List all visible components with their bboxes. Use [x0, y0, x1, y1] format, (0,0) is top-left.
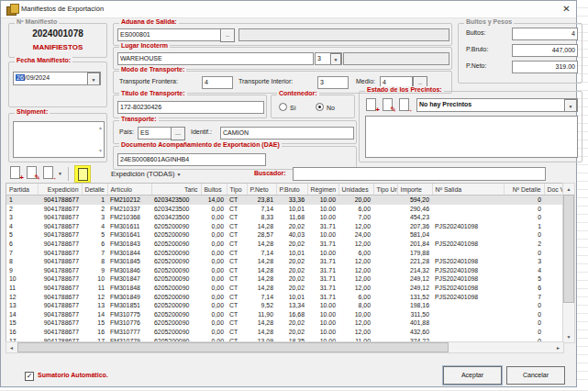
cell: [432, 318, 504, 328]
column-header[interactable]: Nº Detalle: [504, 184, 544, 196]
column-header[interactable]: Unidades: [338, 184, 373, 196]
cell: CT: [227, 257, 247, 266]
copy-highlighted-button[interactable]: [74, 165, 91, 183]
column-header[interactable]: Importe: [397, 184, 432, 196]
incoterm-select[interactable]: 3 ▼: [315, 52, 342, 65]
cell: [544, 205, 563, 214]
table-row[interactable]: 390417886773FM21036862034235000,00CT8,33…: [6, 213, 563, 222]
column-header[interactable]: Tipo Un: [373, 184, 397, 196]
table-row[interactable]: 16904178867716FM31077762052000900,00CT14…: [6, 328, 563, 337]
precinto-edit-button[interactable]: ✎: [381, 97, 395, 112]
incoterm-input[interactable]: WAREHOUSE: [117, 52, 314, 65]
table-row[interactable]: 890417886778FM30184562052000900,00CT14,2…: [6, 257, 563, 266]
pbruto-label: P.Bruto:: [466, 46, 488, 52]
shipment-textarea[interactable]: ▲ ▼: [13, 121, 105, 158]
cell: 40,03: [276, 230, 307, 240]
cell: 15: [82, 318, 107, 328]
cell: [544, 284, 563, 293]
grid-vscrollbar[interactable]: ▲ ▼: [562, 183, 575, 343]
column-header[interactable]: P.Bruto: [276, 184, 307, 196]
search-input[interactable]: [293, 167, 546, 181]
table-row[interactable]: 990417886779FM30184662052000900,00CT14,2…: [6, 266, 563, 275]
precintos-dropdown[interactable]: No hay Precintos ▼: [416, 98, 578, 112]
dae-input[interactable]: 24ES0008601AGINHB4: [117, 153, 266, 166]
table-row[interactable]: 290417886772FM21033762034235000,00CT7,14…: [6, 205, 563, 214]
scroll-up-icon[interactable]: ▲: [563, 186, 574, 192]
aduana-browse-button[interactable]: ..: [220, 28, 235, 42]
cell: 6,00: [338, 293, 373, 302]
column-header[interactable]: Taric: [151, 184, 201, 196]
table-row[interactable]: 14904178867714FM31077562052000900,00CT11…: [6, 310, 563, 319]
cancelar-button[interactable]: Cancelar: [506, 366, 565, 385]
grid-hscrollbar[interactable]: ◄ ►: [6, 341, 564, 353]
scroll-right-icon[interactable]: ►: [556, 345, 560, 351]
date-dropdown-button[interactable]: ▼: [87, 73, 100, 85]
precintos-listbox[interactable]: [365, 116, 578, 158]
cell: 6205200090: [151, 318, 201, 328]
column-header[interactable]: Artículo: [107, 184, 151, 196]
table-row[interactable]: 13904178867713FM30185162052000900,00CT9,…: [6, 301, 563, 310]
column-header[interactable]: Detalle: [82, 184, 107, 196]
radio-on-icon: [316, 103, 324, 111]
chevron-down-icon[interactable]: ▼: [58, 171, 62, 176]
precinto-export-button[interactable]: →: [397, 97, 412, 112]
identif-input[interactable]: CAMION: [220, 127, 354, 140]
bultos-input[interactable]: 4: [512, 28, 578, 40]
table-row[interactable]: 790417886777FM30184462052000900,00CT7,14…: [6, 249, 563, 258]
titulo-input[interactable]: 172-80230426: [117, 101, 264, 114]
cell: 214,32: [397, 266, 432, 275]
table-row[interactable]: 690417886776FM30184362052000900,00CT14,2…: [6, 240, 563, 249]
hscroll-thumb[interactable]: [17, 342, 449, 352]
cell: 0,00: [201, 301, 227, 310]
incoterm-dropdown-button[interactable]: ▼: [330, 53, 341, 65]
cell: 14,28: [247, 284, 276, 293]
table-row[interactable]: 15904178867715FM31077662052000900,00CT14…: [6, 318, 563, 328]
table-row[interactable]: 11904178867711FM30184862052000900,00CT14…: [6, 284, 563, 293]
arrow-right-icon: →: [405, 106, 413, 114]
table-row[interactable]: 190417886771FM210212620342350014,00CT23,…: [6, 196, 563, 205]
precinto-add-button[interactable]: +: [364, 97, 379, 112]
cell: 7: [504, 293, 544, 302]
edit-row-button[interactable]: ✎: [25, 165, 39, 180]
sumatorio-checkbox[interactable]: ✓: [25, 372, 34, 381]
pbruto-input[interactable]: 447,000: [512, 44, 578, 57]
radio-no[interactable]: No: [316, 103, 335, 111]
radio-si[interactable]: Sí: [279, 103, 296, 111]
column-header[interactable]: P.Neto: [247, 184, 276, 196]
export-row-button[interactable]: →: [41, 165, 56, 180]
column-header[interactable]: Doc V: [544, 184, 563, 196]
pneto-input[interactable]: 319.00: [512, 61, 578, 73]
scroll-down-icon[interactable]: ▼: [98, 146, 103, 156]
column-header[interactable]: Tipo: [227, 184, 247, 196]
frontera-input[interactable]: 4: [202, 76, 233, 89]
column-header[interactable]: Bultos: [201, 184, 227, 196]
table-row[interactable]: 490417886774FM30161162052000900,00CT14,2…: [6, 222, 563, 231]
scroll-down-icon[interactable]: ▼: [563, 334, 574, 340]
expedicion-dropdown[interactable]: Expedición (TODAS) ▼: [111, 170, 182, 178]
pais-input[interactable]: ES: [138, 127, 172, 140]
table-row[interactable]: 590417886775FM30164162052000900,00CT28,5…: [6, 230, 563, 240]
aceptar-button[interactable]: Aceptar: [443, 366, 502, 385]
date-input[interactable]: 26/09/2024 ▼: [13, 72, 101, 85]
table-row[interactable]: 10904178867710FM30184762052000900,00CT14…: [6, 274, 563, 284]
radio-si-label: Sí: [290, 105, 296, 111]
column-header[interactable]: Partida: [6, 184, 38, 196]
aduana-input[interactable]: ES000801: [117, 28, 222, 41]
scroll-up-icon[interactable]: ▲: [98, 123, 103, 133]
cell: 20,02: [276, 274, 307, 284]
column-header[interactable]: Régimen: [307, 184, 338, 196]
interior-input[interactable]: 3: [317, 76, 349, 89]
cell: [544, 249, 563, 258]
scroll-left-icon[interactable]: ◄: [9, 345, 14, 351]
pais-browse-button[interactable]: ...: [171, 127, 185, 140]
cell: 12,00: [338, 266, 373, 275]
manifest-grid-wrapper: PartidaExpediciónDetalleArtículoTaricBul…: [6, 183, 563, 343]
table-row[interactable]: 12904178867712FM30184962052000900,00CT7,…: [6, 293, 563, 302]
add-row-button[interactable]: +: [8, 165, 23, 180]
cell: 7,14: [247, 205, 276, 214]
column-header[interactable]: Expedición: [38, 184, 82, 196]
precintos-dropdown-button[interactable]: ▼: [564, 99, 577, 112]
column-header[interactable]: Nº Salida: [432, 184, 504, 196]
close-icon[interactable]: ✕: [560, 3, 573, 16]
vscroll-thumb[interactable]: [563, 195, 574, 303]
